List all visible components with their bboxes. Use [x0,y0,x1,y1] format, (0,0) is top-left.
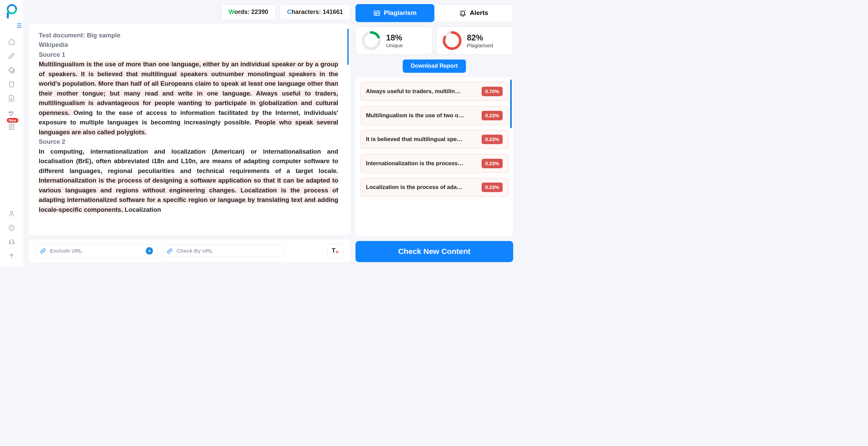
clear-format-button[interactable]: T✕ [327,244,343,258]
plag-pct: 82% [467,33,493,42]
check-by-url-wrap [162,245,284,257]
tab-plagiarism-label: Plagiarism [384,9,417,17]
exclude-url-input[interactable] [50,248,142,254]
main: Words: 22390 Characters: 141661 Test doc… [23,0,518,266]
report-icon[interactable]: New [8,123,16,131]
unique-gauge-card: 18% Unique [355,27,432,55]
plagiarised-gauge [441,30,463,51]
unique-pct: 18% [386,33,403,42]
editor-paragraph-2: In computing, internationalization and l… [39,147,338,215]
right-column: Plagiarism Alerts 18% Unique [355,4,513,262]
dark-span: Localization [125,206,161,213]
dark-span: In computing, internationalization and l… [39,148,338,174]
home-icon[interactable] [8,38,16,46]
download-report-button[interactable]: Download Report [403,59,466,73]
bell-icon [459,10,466,17]
menu-toggle-icon[interactable]: ☰ [17,22,22,30]
check-new-content-button[interactable]: Check New Content [355,241,513,262]
share-icon[interactable] [8,252,16,260]
words-stat: Words: 22390 [221,4,276,20]
add-exclude-url-button[interactable]: + [146,247,153,254]
plag-label: Plagiarised [467,42,493,49]
results-scrollbar[interactable] [510,80,512,128]
logo[interactable] [7,4,17,14]
chars-label: haracters: [292,8,321,15]
document-icon[interactable] [8,80,16,88]
tx-t: T [332,247,335,254]
results-panel: Always useful to traders, multilin… 0.70… [355,77,513,237]
chars-stat: Characters: 141661 [280,4,350,20]
result-text: Internationalization is the process… [366,160,479,167]
result-pct: 0.23% [482,135,503,144]
new-badge: New [7,118,18,123]
tab-plagiarism[interactable]: Plagiarism [355,4,434,22]
result-item[interactable]: Internationalization is the process… 0.2… [360,154,508,173]
words-prefix: W [229,8,235,15]
editor-line-4: Source 2 [39,137,338,147]
result-text: Multilingualism is the use of two o… [366,112,479,119]
pencil-icon[interactable] [8,52,16,60]
unique-label: Unique [386,42,403,49]
tabs: Plagiarism Alerts [355,4,513,22]
editor: Test document: Big sample Wikipedia Sour… [29,24,350,235]
words-value: 22390 [251,8,268,15]
editor-line-3: Source 1 [39,50,338,59]
result-item[interactable]: Always useful to traders, multilin… 0.70… [360,82,508,101]
result-text: Always useful to traders, multilin… [366,88,479,95]
result-pct: 0.70% [482,87,503,96]
result-text: Localization is the process of ada… [366,184,479,191]
editor-line-1: Test document: Big sample [39,31,338,40]
headset-icon[interactable] [8,238,16,246]
file-download-icon[interactable] [8,95,16,103]
history-icon[interactable] [8,224,16,232]
svg-point-10 [375,12,377,14]
result-pct: 0.23% [482,111,503,120]
left-column: Words: 22390 Characters: 141661 Test doc… [29,4,350,262]
result-text: It is believed that multilingual spe… [366,136,479,143]
plagiarised-gauge-card: 82% Plagiarised [436,27,513,55]
chars-value: 141661 [323,8,343,15]
result-item[interactable]: Localization is the process of ada… 0.23… [360,178,508,197]
result-item[interactable]: Multilingualism is the use of two o… 0.2… [360,106,508,125]
svg-point-7 [11,211,13,213]
unique-gauge [361,30,382,51]
sidebar: ☰ abc New [0,0,23,266]
bottom-bar: + T✕ [29,239,350,262]
hl-span: Internationalization is the process of d… [39,177,338,213]
check-by-url-input[interactable] [177,248,280,254]
id-card-icon [373,10,380,17]
result-pct: 0.23% [482,159,503,168]
chars-prefix: C [287,8,292,15]
top-stats: Words: 22390 Characters: 141661 [29,4,350,20]
editor-line-2: Wikipedia [39,40,338,50]
link-icon [167,248,173,254]
spellcheck-icon[interactable]: abc [8,108,16,117]
tx-x: ✕ [335,250,339,255]
tab-alerts-label: Alerts [470,9,488,17]
svg-rect-1 [10,82,14,87]
result-item[interactable]: It is believed that multilingual spe… 0.… [360,130,508,149]
editor-content[interactable]: Test document: Big sample Wikipedia Sour… [39,31,340,229]
svg-text:abc: abc [8,110,14,114]
result-pct: 0.23% [482,183,503,192]
link-icon [40,248,46,254]
plugin-icon[interactable] [8,66,16,74]
exclude-url-wrap: + [36,244,157,258]
editor-paragraph-1: Multilingualism is the use of more than … [39,59,338,137]
user-icon[interactable] [8,209,16,218]
words-label: ords: [235,8,250,15]
tab-alerts[interactable]: Alerts [434,4,513,22]
editor-scrollbar[interactable] [347,29,349,65]
gauges: 18% Unique 82% Plagiarised [355,27,513,55]
